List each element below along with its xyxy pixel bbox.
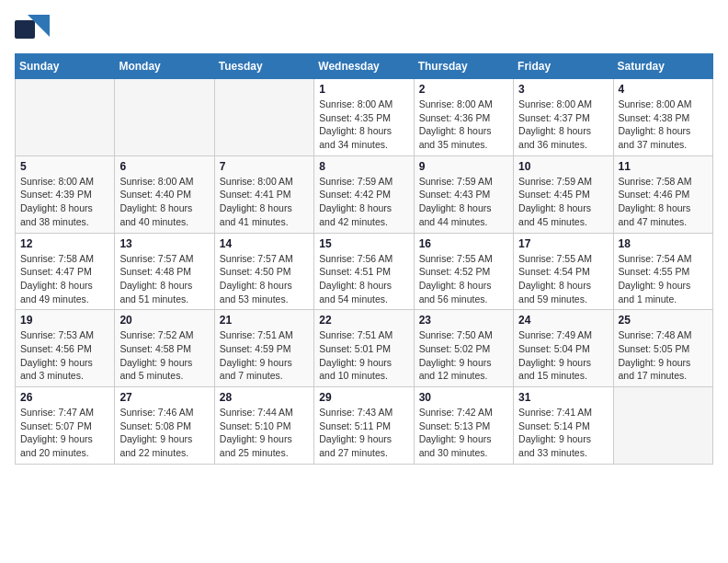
page-header <box>15 15 713 44</box>
calendar-day-cell: 26Sunrise: 7:47 AM Sunset: 5:07 PM Dayli… <box>16 387 115 465</box>
weekday-header-cell: Sunday <box>16 54 115 79</box>
day-number: 17 <box>518 237 608 250</box>
calendar-week-row: 5Sunrise: 8:00 AM Sunset: 4:39 PM Daylig… <box>16 155 713 233</box>
calendar-week-row: 1Sunrise: 8:00 AM Sunset: 4:35 PM Daylig… <box>16 79 713 156</box>
day-number: 10 <box>518 160 608 173</box>
day-number: 16 <box>419 237 508 250</box>
calendar-day-cell: 24Sunrise: 7:49 AM Sunset: 5:04 PM Dayli… <box>514 310 613 387</box>
calendar-day-cell: 4Sunrise: 8:00 AM Sunset: 4:38 PM Daylig… <box>613 79 712 156</box>
day-info: Sunrise: 7:41 AM Sunset: 5:14 PM Dayligh… <box>518 406 608 460</box>
calendar-day-cell: 7Sunrise: 8:00 AM Sunset: 4:41 PM Daylig… <box>214 155 313 233</box>
day-number: 23 <box>419 314 508 327</box>
day-info: Sunrise: 7:58 AM Sunset: 4:46 PM Dayligh… <box>619 175 708 229</box>
calendar-day-cell: 22Sunrise: 7:51 AM Sunset: 5:01 PM Dayli… <box>314 310 414 387</box>
calendar-week-row: 19Sunrise: 7:53 AM Sunset: 4:56 PM Dayli… <box>16 310 713 387</box>
day-number: 26 <box>20 391 109 404</box>
calendar-day-cell <box>613 387 712 465</box>
day-number: 28 <box>220 391 309 404</box>
calendar-day-cell: 12Sunrise: 7:58 AM Sunset: 4:47 PM Dayli… <box>16 233 115 310</box>
day-number: 9 <box>419 160 508 173</box>
day-number: 24 <box>518 314 608 327</box>
calendar-day-cell: 13Sunrise: 7:57 AM Sunset: 4:48 PM Dayli… <box>115 233 214 310</box>
calendar-day-cell: 25Sunrise: 7:48 AM Sunset: 5:05 PM Dayli… <box>613 310 712 387</box>
day-info: Sunrise: 7:57 AM Sunset: 4:50 PM Dayligh… <box>220 252 309 306</box>
day-number: 8 <box>319 160 408 173</box>
day-number: 25 <box>619 314 708 327</box>
calendar-day-cell <box>214 79 313 156</box>
day-info: Sunrise: 7:42 AM Sunset: 5:13 PM Dayligh… <box>419 406 508 460</box>
calendar-day-cell: 5Sunrise: 8:00 AM Sunset: 4:39 PM Daylig… <box>16 155 115 233</box>
day-info: Sunrise: 7:58 AM Sunset: 4:47 PM Dayligh… <box>20 252 109 306</box>
calendar-day-cell: 20Sunrise: 7:52 AM Sunset: 4:58 PM Dayli… <box>115 310 214 387</box>
day-number: 19 <box>20 314 109 327</box>
day-info: Sunrise: 8:00 AM Sunset: 4:36 PM Dayligh… <box>419 98 508 152</box>
day-info: Sunrise: 7:50 AM Sunset: 5:02 PM Dayligh… <box>419 328 508 383</box>
day-number: 20 <box>119 314 209 327</box>
calendar-day-cell: 1Sunrise: 8:00 AM Sunset: 4:35 PM Daylig… <box>314 79 414 156</box>
calendar-day-cell: 23Sunrise: 7:50 AM Sunset: 5:02 PM Dayli… <box>414 310 513 387</box>
day-number: 22 <box>319 314 408 327</box>
day-info: Sunrise: 7:51 AM Sunset: 4:59 PM Dayligh… <box>220 328 309 383</box>
calendar-day-cell: 10Sunrise: 7:59 AM Sunset: 4:45 PM Dayli… <box>514 155 613 233</box>
day-info: Sunrise: 7:56 AM Sunset: 4:51 PM Dayligh… <box>319 252 408 306</box>
weekday-header-cell: Thursday <box>414 54 513 79</box>
day-number: 27 <box>119 391 209 404</box>
day-info: Sunrise: 7:54 AM Sunset: 4:55 PM Dayligh… <box>619 252 708 306</box>
day-info: Sunrise: 7:43 AM Sunset: 5:11 PM Dayligh… <box>319 406 408 460</box>
day-info: Sunrise: 8:00 AM Sunset: 4:39 PM Dayligh… <box>20 175 109 229</box>
day-info: Sunrise: 8:00 AM Sunset: 4:38 PM Dayligh… <box>619 98 708 152</box>
calendar-body: 1Sunrise: 8:00 AM Sunset: 4:35 PM Daylig… <box>16 79 713 465</box>
day-number: 6 <box>119 160 209 173</box>
calendar-day-cell: 27Sunrise: 7:46 AM Sunset: 5:08 PM Dayli… <box>115 387 214 465</box>
calendar-day-cell: 2Sunrise: 8:00 AM Sunset: 4:36 PM Daylig… <box>414 79 513 156</box>
day-info: Sunrise: 7:47 AM Sunset: 5:07 PM Dayligh… <box>20 406 109 460</box>
calendar-day-cell: 31Sunrise: 7:41 AM Sunset: 5:14 PM Dayli… <box>514 387 613 465</box>
calendar-day-cell: 29Sunrise: 7:43 AM Sunset: 5:11 PM Dayli… <box>314 387 414 465</box>
day-info: Sunrise: 7:49 AM Sunset: 5:04 PM Dayligh… <box>518 328 608 383</box>
calendar-day-cell: 6Sunrise: 8:00 AM Sunset: 4:40 PM Daylig… <box>115 155 214 233</box>
day-info: Sunrise: 7:51 AM Sunset: 5:01 PM Dayligh… <box>319 328 408 383</box>
logo <box>15 15 50 44</box>
calendar-day-cell: 19Sunrise: 7:53 AM Sunset: 4:56 PM Dayli… <box>16 310 115 387</box>
day-number: 18 <box>619 237 708 250</box>
day-number: 21 <box>220 314 309 327</box>
calendar-day-cell: 9Sunrise: 7:59 AM Sunset: 4:43 PM Daylig… <box>414 155 513 233</box>
day-number: 2 <box>419 83 508 96</box>
day-number: 13 <box>119 237 209 250</box>
logo-icon <box>15 15 50 44</box>
day-number: 31 <box>518 391 608 404</box>
day-info: Sunrise: 7:59 AM Sunset: 4:43 PM Dayligh… <box>419 175 508 229</box>
weekday-header-cell: Monday <box>115 54 214 79</box>
day-number: 15 <box>319 237 408 250</box>
day-info: Sunrise: 7:52 AM Sunset: 4:58 PM Dayligh… <box>119 328 209 383</box>
day-info: Sunrise: 8:00 AM Sunset: 4:40 PM Dayligh… <box>119 175 209 229</box>
weekday-header-cell: Friday <box>514 54 613 79</box>
calendar-week-row: 26Sunrise: 7:47 AM Sunset: 5:07 PM Dayli… <box>16 387 713 465</box>
calendar-day-cell: 21Sunrise: 7:51 AM Sunset: 4:59 PM Dayli… <box>214 310 313 387</box>
calendar-day-cell <box>16 79 115 156</box>
day-info: Sunrise: 7:55 AM Sunset: 4:54 PM Dayligh… <box>518 252 608 306</box>
weekday-header-cell: Tuesday <box>214 54 313 79</box>
calendar-day-cell: 8Sunrise: 7:59 AM Sunset: 4:42 PM Daylig… <box>314 155 414 233</box>
day-number: 4 <box>619 83 708 96</box>
day-info: Sunrise: 7:57 AM Sunset: 4:48 PM Dayligh… <box>119 252 209 306</box>
day-info: Sunrise: 8:00 AM Sunset: 4:35 PM Dayligh… <box>319 98 408 152</box>
day-info: Sunrise: 7:48 AM Sunset: 5:05 PM Dayligh… <box>619 328 708 383</box>
day-info: Sunrise: 7:59 AM Sunset: 4:42 PM Dayligh… <box>319 175 408 229</box>
day-info: Sunrise: 8:00 AM Sunset: 4:37 PM Dayligh… <box>518 98 608 152</box>
day-info: Sunrise: 7:53 AM Sunset: 4:56 PM Dayligh… <box>20 328 109 383</box>
calendar-day-cell: 17Sunrise: 7:55 AM Sunset: 4:54 PM Dayli… <box>514 233 613 310</box>
calendar-table: SundayMondayTuesdayWednesdayThursdayFrid… <box>15 53 713 465</box>
calendar-day-cell: 30Sunrise: 7:42 AM Sunset: 5:13 PM Dayli… <box>414 387 513 465</box>
calendar-header-row: SundayMondayTuesdayWednesdayThursdayFrid… <box>16 54 713 79</box>
calendar-day-cell <box>115 79 214 156</box>
calendar-week-row: 12Sunrise: 7:58 AM Sunset: 4:47 PM Dayli… <box>16 233 713 310</box>
day-number: 12 <box>20 237 109 250</box>
weekday-header-cell: Saturday <box>613 54 712 79</box>
day-info: Sunrise: 7:44 AM Sunset: 5:10 PM Dayligh… <box>220 406 309 460</box>
day-number: 14 <box>220 237 309 250</box>
svg-rect-0 <box>15 20 35 39</box>
weekday-header-cell: Wednesday <box>314 54 414 79</box>
calendar-day-cell: 11Sunrise: 7:58 AM Sunset: 4:46 PM Dayli… <box>613 155 712 233</box>
day-number: 5 <box>20 160 109 173</box>
